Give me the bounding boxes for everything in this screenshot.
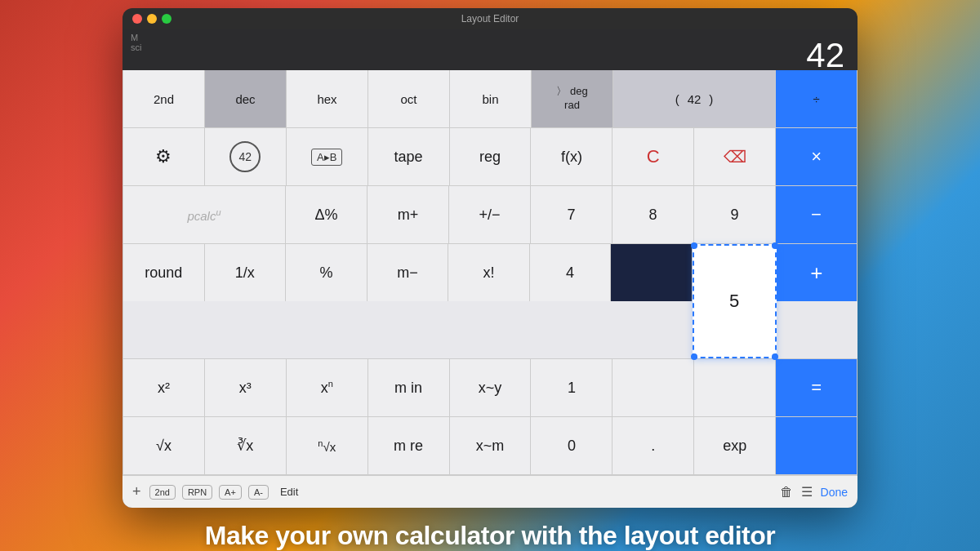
btn-x3[interactable]: x³ <box>205 359 287 416</box>
btn-deg-rad[interactable]: 〉 degrad <box>532 70 613 127</box>
btn-xfact[interactable]: x! <box>448 244 530 301</box>
mode-indicator: sci <box>131 42 849 52</box>
display-bar: M sci 42 <box>122 29 858 70</box>
maximize-button[interactable] <box>162 14 172 24</box>
btn-logo[interactable]: pcalcu <box>123 186 286 243</box>
btn-minus[interactable]: − <box>776 186 858 243</box>
btn-xty[interactable]: x~y <box>450 359 532 416</box>
menu-icon[interactable]: ☰ <box>801 484 813 500</box>
btn-0[interactable]: 0 <box>531 417 612 474</box>
power-row: x² x³ xn m in x~y 1 = <box>123 359 858 417</box>
btn-2nd[interactable]: 2nd <box>123 70 205 127</box>
traffic-lights <box>132 14 172 24</box>
toolbar-aminus-btn[interactable]: A- <box>248 485 269 500</box>
toolbar-edit-btn[interactable]: Edit <box>275 484 303 500</box>
btn-4[interactable]: 4 <box>530 244 612 301</box>
resize-handle-tl[interactable] <box>691 242 697 249</box>
btn-blank-pow2 <box>694 359 776 416</box>
root-row: √x ∛x n√x m re x~m 0 . exp <box>123 417 858 475</box>
memory-row-2: round 1/x % m− x! 4 5 + <box>123 244 858 359</box>
add-button[interactable]: + <box>132 483 141 500</box>
btn-backspace[interactable]: ⌫ <box>694 128 776 185</box>
btn-exp[interactable]: exp <box>694 417 776 474</box>
btn-dot[interactable]: . <box>612 417 694 474</box>
bottom-toolbar: + 2nd RPN A+ A- Edit 🗑 ☰ Done <box>122 475 858 508</box>
btn-deltapct[interactable]: Δ% <box>286 186 368 243</box>
btn-x2[interactable]: x² <box>123 359 205 416</box>
btn-equals[interactable]: = <box>776 359 858 416</box>
btn-mplus[interactable]: m+ <box>368 186 449 243</box>
function-row: ⚙ 42 A▸B tape reg f(x) C ⌫ × <box>123 128 858 186</box>
memory-indicator: M <box>131 33 849 42</box>
toolbar-rpn-btn[interactable]: RPN <box>182 485 212 500</box>
btn-fx[interactable]: f(x) <box>531 128 612 185</box>
titlebar: Layout Editor <box>122 8 858 29</box>
tagline: Make your own calculator with the layout… <box>205 521 775 551</box>
btn-oct[interactable]: oct <box>368 70 450 127</box>
btn-xn[interactable]: xn <box>287 359 368 416</box>
backspace-icon: ⌫ <box>724 147 746 167</box>
btn-7[interactable]: 7 <box>531 186 612 243</box>
btn-min[interactable]: m in <box>368 359 450 416</box>
btn-xtm[interactable]: x~m <box>450 417 532 474</box>
toolbar-right-actions: 🗑 ☰ Done <box>780 484 848 500</box>
btn-mre[interactable]: m re <box>368 417 450 474</box>
btn-dec[interactable]: dec <box>205 70 287 127</box>
btn-nthrtx[interactable]: n√x <box>287 417 368 474</box>
app-window: Layout Editor M sci 42 2nd dec hex oct b… <box>122 8 858 508</box>
button-grid: 2nd dec hex oct bin 〉 degrad ( 42 ) ÷ <box>122 70 858 475</box>
memory-row-1: pcalcu Δ% m+ +/− 7 8 9 − <box>123 186 858 244</box>
btn-5-selected[interactable]: 5 <box>693 244 777 358</box>
btn-mminus[interactable]: m− <box>368 244 449 301</box>
btn-settings[interactable]: ⚙ <box>123 128 205 185</box>
btn-cbrtx[interactable]: ∛x <box>205 417 287 474</box>
btn-multiply[interactable]: × <box>776 128 858 185</box>
btn-1[interactable]: 1 <box>531 359 612 416</box>
btn-blue-blank <box>776 417 858 474</box>
toolbar-aplus-btn[interactable]: A+ <box>219 485 242 500</box>
window-title: Layout Editor <box>461 13 519 24</box>
settings-icon: ⚙ <box>155 146 172 167</box>
btn-reg[interactable]: reg <box>450 128 532 185</box>
resize-handle-br[interactable] <box>772 353 778 360</box>
calculator-area: M sci 42 2nd dec hex oct bin 〉 degrad ( <box>122 29 858 508</box>
btn-dark-placeholder <box>611 244 693 301</box>
done-button[interactable]: Done <box>821 486 848 499</box>
btn-sqrtx[interactable]: √x <box>123 417 205 474</box>
btn-plus[interactable]: + <box>777 244 858 301</box>
close-button[interactable] <box>132 14 142 24</box>
btn-pct[interactable]: % <box>286 244 368 301</box>
trash-icon[interactable]: 🗑 <box>780 485 793 500</box>
toolbar-2nd-btn[interactable]: 2nd <box>149 485 176 500</box>
btn-ab[interactable]: A▸B <box>287 128 368 185</box>
btn-bin[interactable]: bin <box>450 70 532 127</box>
btn-1x[interactable]: 1/x <box>205 244 287 301</box>
btn-8[interactable]: 8 <box>612 186 694 243</box>
btn-display[interactable]: ( 42 ) <box>613 70 776 127</box>
btn-plusminus[interactable]: +/− <box>449 186 531 243</box>
resize-handle-bl[interactable] <box>691 353 697 360</box>
btn-blank-pow1 <box>612 359 694 416</box>
calculator-body: 2nd dec hex oct bin 〉 degrad ( 42 ) ÷ <box>122 70 858 475</box>
btn-c[interactable]: C <box>612 128 694 185</box>
btn-round[interactable]: round <box>123 244 205 301</box>
btn-divide[interactable]: ÷ <box>776 70 858 127</box>
minimize-button[interactable] <box>147 14 157 24</box>
main-display: 42 <box>806 36 844 75</box>
btn-circle42[interactable]: 42 <box>205 128 287 185</box>
btn-9[interactable]: 9 <box>694 186 776 243</box>
btn-tape[interactable]: tape <box>368 128 450 185</box>
resize-handle-tr[interactable] <box>772 242 778 249</box>
mode-row: 2nd dec hex oct bin 〉 degrad ( 42 ) ÷ <box>123 70 858 128</box>
btn-hex[interactable]: hex <box>287 70 368 127</box>
